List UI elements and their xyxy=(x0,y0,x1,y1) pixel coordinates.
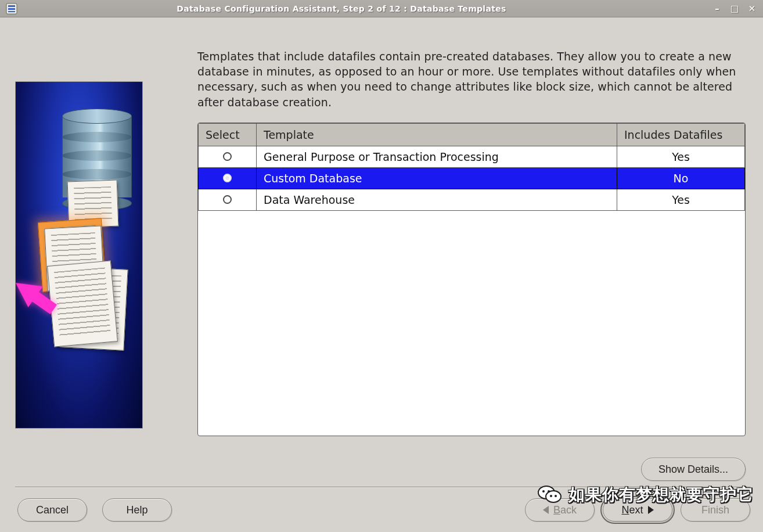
template-cell: Custom Database xyxy=(257,167,617,189)
svg-rect-1 xyxy=(8,5,15,7)
close-button[interactable]: ✕ xyxy=(747,3,757,14)
finish-button[interactable]: Finish xyxy=(681,498,750,522)
svg-rect-2 xyxy=(8,8,15,10)
next-label: Next xyxy=(621,504,643,516)
show-details-button[interactable]: Show Details... xyxy=(641,458,746,481)
help-label: Help xyxy=(126,504,147,516)
titlebar: Database Configuration Assistant, Step 2… xyxy=(0,0,763,17)
help-button[interactable]: Help xyxy=(102,498,172,522)
back-arrow-icon xyxy=(543,506,549,514)
cancel-button[interactable]: Cancel xyxy=(17,498,87,522)
footer: Cancel Help Back Next Finish xyxy=(17,498,750,522)
table-header-row: Select Template Includes Datafiles xyxy=(199,123,745,146)
app-icon xyxy=(0,0,23,17)
col-header-includes: Includes Datafiles xyxy=(617,123,745,146)
separator xyxy=(15,487,750,488)
col-header-select: Select xyxy=(199,123,257,146)
select-cell[interactable] xyxy=(199,167,257,189)
select-cell[interactable] xyxy=(199,189,257,210)
template-cell: Data Warehouse xyxy=(257,189,617,210)
includes-cell: No xyxy=(617,167,745,189)
svg-rect-3 xyxy=(8,11,15,12)
table-row[interactable]: General Purpose or Transaction Processin… xyxy=(199,146,745,167)
window-controls: – □ ✕ xyxy=(712,3,763,14)
template-cell: General Purpose or Transaction Processin… xyxy=(257,146,617,167)
window-title: Database Configuration Assistant, Step 2… xyxy=(23,4,712,13)
main-panel: Templates that include datafiles contain… xyxy=(197,49,746,436)
show-details-label: Show Details... xyxy=(658,463,728,476)
minimize-button[interactable]: – xyxy=(712,3,722,14)
wizard-illustration xyxy=(15,81,143,429)
description-text: Templates that include datafiles contain… xyxy=(197,49,746,110)
cancel-label: Cancel xyxy=(36,504,69,516)
table-row[interactable]: Custom Database No xyxy=(199,167,745,189)
back-button[interactable]: Back xyxy=(525,498,595,522)
radio-icon[interactable] xyxy=(223,152,232,161)
select-cell[interactable] xyxy=(199,146,257,167)
show-details-area: Show Details... xyxy=(641,458,746,481)
templates-table: Select Template Includes Datafiles Gener… xyxy=(197,123,746,436)
radio-icon[interactable] xyxy=(223,195,232,204)
maximize-button[interactable]: □ xyxy=(729,3,740,14)
back-label: Back xyxy=(553,504,577,516)
includes-cell: Yes xyxy=(617,189,745,210)
table-row[interactable]: Data Warehouse Yes xyxy=(199,189,745,210)
includes-cell: Yes xyxy=(617,146,745,167)
next-arrow-icon xyxy=(648,506,654,514)
finish-label: Finish xyxy=(701,504,729,516)
next-button[interactable]: Next xyxy=(603,498,672,522)
content-area: Templates that include datafiles contain… xyxy=(0,17,763,532)
col-header-template: Template xyxy=(257,123,617,146)
radio-icon[interactable] xyxy=(223,174,232,182)
